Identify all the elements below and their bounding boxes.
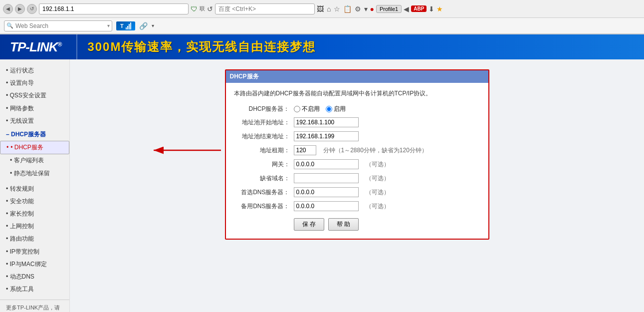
dhcp-form: DHCP服务器： 不启用 启用 <box>234 105 480 231</box>
dhcp-enabled-label[interactable]: 启用 <box>326 105 346 113</box>
help-button[interactable]: 帮 助 <box>328 218 359 231</box>
toolbar-search-wrap: 🔍 ▾ <box>4 20 112 31</box>
bookmark-icon[interactable]: ☆ <box>334 5 340 13</box>
profile-button[interactable]: Profile1 <box>376 5 402 13</box>
download-icon[interactable]: ⬇ <box>429 5 434 13</box>
lease-hint: 分钟（1～2880分钟，缺省为120分钟） <box>323 146 428 155</box>
sidebar-item-qss[interactable]: • QSS安全设置 <box>0 89 69 102</box>
sidebar-item-routing[interactable]: • 路由功能 <box>0 233 69 245</box>
start-ip-control <box>294 117 359 127</box>
dhcp-server-control: 不启用 启用 <box>294 105 346 113</box>
domain-hint: （可选） <box>366 174 390 183</box>
address-bar[interactable] <box>39 3 189 14</box>
sidebar-item-dhcp-service[interactable]: • • DHCP服务 <box>0 141 69 154</box>
sidebar-item-setup-wizard[interactable]: • 设置向导 <box>0 77 69 89</box>
lease-input[interactable] <box>294 145 316 155</box>
forward-button[interactable]: ▶ <box>15 4 25 14</box>
dhcp-enabled-radio[interactable] <box>326 106 332 112</box>
sidebar-item-ddns[interactable]: • 动态DNS <box>0 271 69 283</box>
reload-icon[interactable]: ↺ <box>207 5 213 13</box>
sidebar-item-parent-control[interactable]: • 家长控制 <box>0 208 69 220</box>
domain-input[interactable] <box>294 173 359 183</box>
addon-icon[interactable]: ⚙ <box>355 5 361 13</box>
gateway-control: （可选） <box>294 159 390 169</box>
nav-icons: 🖼 ⌂ ☆ 📋 ⚙ ▾ <box>317 5 368 13</box>
domain-label: 缺省域名： <box>234 174 294 183</box>
sidebar-item-static-addr[interactable]: • 静态地址保留 <box>0 167 69 180</box>
active-indicator: • <box>6 143 8 152</box>
start-ip-input[interactable] <box>294 117 359 127</box>
tplink-logo: TP-LINK® <box>10 39 61 55</box>
toolbar-logo: T <box>116 20 135 31</box>
end-ip-control <box>294 131 359 141</box>
dhcp-disabled-label[interactable]: 不启用 <box>294 105 320 113</box>
arrow-annotation <box>149 140 223 160</box>
sidebar: • 运行状态 • 设置向导 • QSS安全设置 • 网络参数 • 无线设置 – … <box>0 59 70 312</box>
dhcp-server-label: DHCP服务器： <box>234 105 294 113</box>
sidebar-item-running-status[interactable]: • 运行状态 <box>0 64 69 77</box>
arrow-left-icon[interactable]: ◀ <box>404 5 409 13</box>
sidebar-item-ip-mac[interactable]: • IP与MAC绑定 <box>0 258 69 271</box>
security-level: 联 <box>200 5 205 12</box>
lease-control: 分钟（1～2880分钟，缺省为120分钟） <box>294 145 428 155</box>
shield-icon: 🛡 <box>191 5 198 13</box>
sidebar-item-wireless[interactable]: • 无线设置 <box>0 115 69 127</box>
settings-icon[interactable]: ▾ <box>364 5 368 13</box>
sidebar-item-internet-control[interactable]: • 上网控制 <box>0 220 69 233</box>
banner-text: 300M传输速率，实现无线自由连接梦想 <box>87 39 316 55</box>
primary-dns-hint: （可选） <box>366 188 390 197</box>
sidebar-item-client-list[interactable]: • 客户端列表 <box>0 154 69 167</box>
dhcp-description: 本路由器内建的DHCP服务器能自动配置局域网中各计算机的TCP/IP协议。 <box>234 89 480 98</box>
header-banner: TP-LINK® 300M传输速率，实现无线自由连接梦想 <box>0 34 644 59</box>
search-bar[interactable] <box>215 3 315 14</box>
sidebar-item-system-tools[interactable]: • 系统工具 <box>0 283 69 296</box>
dhcp-disabled-text: 不启用 <box>302 105 320 113</box>
toolbar-search-dropdown-icon[interactable]: ▾ <box>107 23 110 28</box>
profile-icon: ● <box>370 5 374 13</box>
gateway-row: 网关： （可选） <box>234 159 480 169</box>
lease-row: 地址租期： 分钟（1～2880分钟，缺省为120分钟） <box>234 145 480 155</box>
sidebar-bottom-link[interactable]: 更多TP-LINK产品，请点击查看» <box>0 300 69 312</box>
toolbar-logo-img: T <box>116 21 135 30</box>
dhcp-panel-title: DHCP服务 <box>226 70 488 83</box>
lease-label: 地址租期： <box>234 146 294 155</box>
domain-control: （可选） <box>294 173 390 183</box>
primary-dns-control: （可选） <box>294 187 390 197</box>
gateway-label: 网关： <box>234 160 294 169</box>
image-icon[interactable]: 🖼 <box>317 5 324 13</box>
primary-dns-label: 首选DNS服务器： <box>234 188 294 197</box>
dhcp-service-label: • DHCP服务 <box>10 143 43 152</box>
end-ip-row: 地址池结束地址： <box>234 131 480 141</box>
save-button[interactable]: 保 存 <box>294 218 324 231</box>
form-actions: 保 存 帮 助 <box>234 218 480 231</box>
toolbar-dropdown-icon[interactable]: ▾ <box>152 23 154 28</box>
backup-dns-label: 备用DNS服务器： <box>234 202 294 211</box>
dhcp-server-row: DHCP服务器： 不启用 启用 <box>234 105 480 113</box>
star-icon[interactable]: ★ <box>436 5 443 13</box>
end-ip-input[interactable] <box>294 131 359 141</box>
abp-button[interactable]: ABP <box>411 5 427 12</box>
sidebar-item-forwarding[interactable]: • 转发规则 <box>0 183 69 195</box>
dhcp-disabled-radio[interactable] <box>294 106 300 112</box>
primary-dns-input[interactable] <box>294 187 359 197</box>
backup-dns-input[interactable] <box>294 201 359 211</box>
toolbar-search-input[interactable] <box>15 22 105 29</box>
start-ip-row: 地址池开始地址： <box>234 117 480 127</box>
backup-dns-row: 备用DNS服务器： （可选） <box>234 201 480 211</box>
sidebar-item-bandwidth[interactable]: • IP带宽控制 <box>0 246 69 258</box>
reload-button[interactable]: ↺ <box>27 4 37 14</box>
toolbar-link-icon[interactable]: 🔗 <box>139 22 148 30</box>
main-content: DHCP服务 本路由器内建的DHCP服务器能自动配置局域网中各计算机的TCP/I… <box>70 59 644 312</box>
backup-dns-control: （可选） <box>294 201 390 211</box>
end-ip-label: 地址池结束地址： <box>234 132 294 141</box>
sidebar-item-security[interactable]: • 安全功能 <box>0 195 69 208</box>
back-button[interactable]: ◀ <box>3 4 13 14</box>
dhcp-enabled-text: 启用 <box>334 105 346 113</box>
toolbar-logo-bars <box>126 22 131 29</box>
home-button[interactable]: ⌂ <box>327 5 331 13</box>
sidebar-item-dhcp-cat[interactable]: – DHCP服务器 <box>0 128 69 141</box>
sidebar-item-network-params[interactable]: • 网络参数 <box>0 102 69 115</box>
primary-dns-row: 首选DNS服务器： （可选） <box>234 187 480 197</box>
history-icon[interactable]: 📋 <box>343 5 352 13</box>
gateway-input[interactable] <box>294 159 359 169</box>
